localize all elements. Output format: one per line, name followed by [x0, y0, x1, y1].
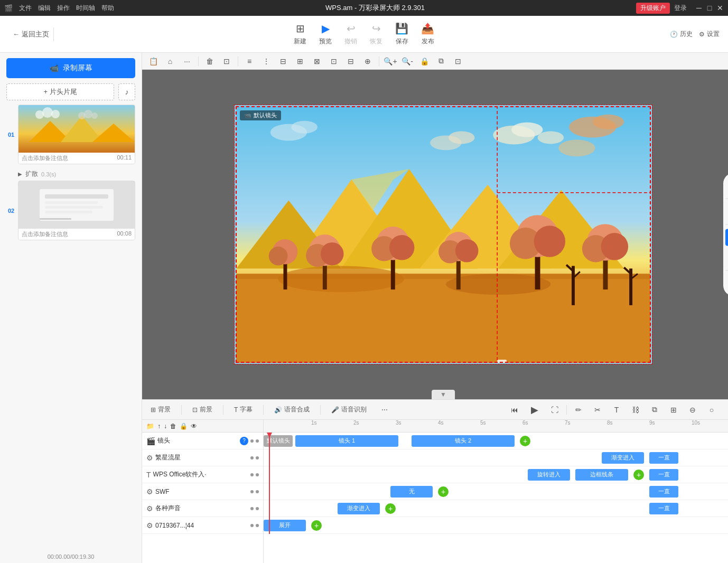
zoom-in-tool[interactable]: 🔍+ [384, 54, 397, 68]
minimize-button[interactable]: ─ [695, 4, 703, 12]
clip-content-1[interactable]: 点击添加备注信息 00:11 [18, 105, 135, 164]
tl-swf-add-btn[interactable]: + [438, 486, 449, 497]
tl-swf-clip-2[interactable]: 一直 [649, 486, 678, 498]
paste-tool[interactable]: 📋 [146, 54, 160, 68]
tl-stars-clip-2[interactable]: 一直 [649, 452, 678, 464]
publish-button[interactable]: 📤 发布 [421, 22, 434, 46]
tl-more-btn[interactable]: ⋯ [379, 405, 390, 415]
tl-edit-btn[interactable]: ✏ [571, 402, 586, 417]
tl-caption-btn[interactable]: T 字幕 [232, 404, 255, 415]
maximize-button[interactable]: □ [706, 4, 713, 12]
tl-fullscreen-btn[interactable]: ⛶ [547, 402, 562, 417]
tl-extra-clip-1[interactable]: 展开 [264, 520, 306, 531]
settings-button[interactable]: ⚙ 设置 [699, 30, 720, 39]
tl-clip-default[interactable]: 默认镜头 [264, 435, 293, 447]
tl-clip-shot1[interactable]: 镜头 1 [295, 435, 398, 447]
history-button[interactable]: 🕐 历史 [670, 30, 693, 39]
tl-tts-btn[interactable]: 🔊 语音合成 [272, 404, 312, 415]
more-tool[interactable]: ··· [180, 54, 194, 68]
tl-scissors-btn[interactable]: ✂ [590, 402, 605, 417]
tl-stars-clip-1[interactable]: 渐变进入 [602, 452, 644, 464]
upgrade-button[interactable]: 升级账户 [636, 3, 670, 14]
tl-audio-dot-1[interactable] [250, 507, 254, 510]
paste-special-tool[interactable]: ⊡ [451, 54, 465, 68]
crop-tool[interactable]: ⊡ [220, 54, 234, 68]
tl-link-btn[interactable]: ⛓ [628, 402, 643, 417]
tl-text-add-btn[interactable]: + [633, 470, 644, 480]
tl-extra-add-btn[interactable]: + [311, 520, 322, 531]
tl-rewind-btn[interactable]: ⏮ [507, 402, 522, 417]
close-button[interactable]: ✕ [716, 4, 724, 12]
tl-stars-dot-1[interactable] [250, 456, 254, 459]
menu-timeline[interactable]: 时间轴 [76, 4, 95, 13]
tl-play-btn[interactable]: ▶ [526, 401, 543, 418]
rect-tool[interactable]: ▬ [725, 229, 728, 246]
login-button[interactable]: 登录 [674, 4, 687, 13]
back-button[interactable]: ← 返回主页 [8, 27, 54, 41]
transition-1[interactable]: ▶ 扩散 0.3(s) [6, 168, 135, 181]
tl-swf-clip-1[interactable]: 无 [390, 486, 433, 498]
new-button[interactable]: ⊞ 新建 [294, 22, 306, 46]
tl-extra-dot-2[interactable] [256, 524, 259, 527]
align-tool-8[interactable]: ⊕ [361, 54, 375, 68]
tl-audio-add-btn[interactable]: + [385, 503, 396, 514]
tl-stars-dot-2[interactable] [256, 456, 259, 459]
clip-content-2[interactable]: 点击添加备注信息 00:08 [18, 181, 135, 240]
align-tool-5[interactable]: ⊠ [310, 54, 324, 68]
zoom-out-tool[interactable]: 🔍- [400, 54, 414, 68]
menu-edit[interactable]: 编辑 [38, 4, 51, 13]
tl-swf-dot-2[interactable] [256, 490, 259, 493]
redo-button[interactable]: ↪ 恢复 [370, 22, 382, 46]
record-button[interactable]: 📹 录制屏幕 [6, 58, 135, 78]
tl-text-btn[interactable]: T [609, 402, 624, 417]
tl-asr-btn[interactable]: 🎤 语音识别 [329, 404, 369, 415]
tl-audio-clip-2[interactable]: 一直 [649, 503, 678, 514]
align-tool-3[interactable]: ⊟ [276, 54, 290, 68]
tl-audio-clip-1[interactable]: 渐变进入 [338, 503, 380, 514]
tl-background-btn[interactable]: ⊞ 背景 [148, 404, 173, 415]
tl-text-dot-2[interactable] [256, 473, 259, 476]
undo-button[interactable]: ↩ 撤销 [344, 22, 357, 46]
tl-text-clip-2[interactable]: 边框线条 [575, 469, 628, 481]
tl-camera-dot-2[interactable] [256, 439, 259, 443]
tl-grid-btn[interactable]: ⊞ [666, 402, 681, 417]
tl-camera-badge[interactable]: ? [240, 437, 248, 445]
tl-audio-dot-2[interactable] [256, 507, 259, 510]
menu-file[interactable]: 文件 [19, 4, 32, 13]
align-tool-4[interactable]: ⊞ [293, 54, 307, 68]
tl-foreground-btn[interactable]: ⊡ 前景 [190, 404, 214, 415]
save-button[interactable]: 💾 保存 [395, 22, 408, 46]
tl-text-dot-1[interactable] [250, 473, 254, 476]
window-controls[interactable]: ─ □ ✕ [695, 4, 724, 12]
small-rect-tool[interactable]: ▪ [725, 249, 728, 266]
lock-tool[interactable]: 🔒 [417, 54, 431, 68]
menu-help[interactable]: 帮助 [101, 4, 114, 13]
tl-copy2-btn[interactable]: ⧉ [647, 402, 662, 417]
tl-text-clip-3[interactable]: 一直 [649, 469, 678, 481]
align-tool-7[interactable]: ⊟ [344, 54, 358, 68]
align-tool-6[interactable]: ⊡ [327, 54, 341, 68]
align-left-tool[interactable]: ≡ [242, 54, 256, 68]
tl-circle-btn[interactable]: ○ [704, 402, 719, 417]
menu-operate[interactable]: 操作 [57, 4, 70, 13]
tl-extra-dot-1[interactable] [250, 524, 254, 527]
tl-clip-shot2[interactable]: 镜头 2 [412, 435, 515, 447]
tl-swf-dot-1[interactable] [250, 490, 254, 493]
tl-text-clip-1[interactable]: 旋转进入 [528, 469, 570, 481]
fullscreen-tool[interactable]: ⛶ [725, 177, 728, 194]
collapse-handle[interactable]: ▼ [432, 390, 455, 399]
tl-plus-btn[interactable]: ⊕ [723, 402, 728, 417]
copy-tool[interactable]: ⧉ [434, 54, 448, 68]
lock-right-tool[interactable]: 🔒 [725, 203, 728, 220]
home-tool[interactable]: ⌂ [163, 54, 177, 68]
add-media-button[interactable]: + 片头片尾 [6, 83, 114, 100]
music-button[interactable]: ♪ [118, 83, 135, 100]
preview-button[interactable]: ▶ 预览 [319, 22, 332, 46]
delete-tool[interactable]: 🗑 [203, 54, 217, 68]
more-right-tool[interactable]: ··· [725, 275, 728, 292]
menu-bar[interactable]: 🎬 文件 编辑 操作 时间轴 帮助 [4, 4, 114, 13]
tl-camera-add-btn[interactable]: + [520, 436, 530, 446]
tl-camera-dot-1[interactable] [250, 439, 254, 443]
align-center-tool[interactable]: ⋮ [259, 54, 273, 68]
tl-minus-btn[interactable]: ⊖ [685, 402, 700, 417]
